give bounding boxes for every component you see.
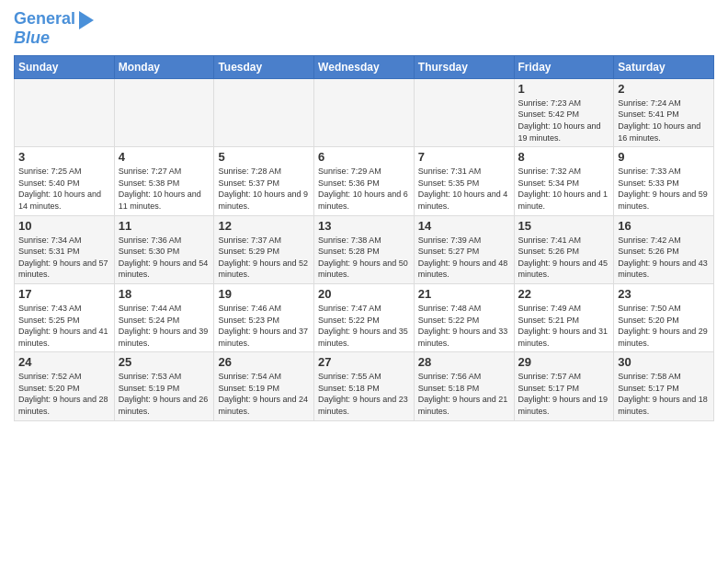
- week-row-4: 24Sunrise: 7:52 AMSunset: 5:20 PMDayligh…: [15, 352, 714, 420]
- day-detail: Sunrise: 7:24 AMSunset: 5:41 PMDaylight:…: [618, 98, 710, 144]
- day-number: 18: [119, 287, 210, 301]
- day-detail: Sunrise: 7:28 AMSunset: 5:37 PMDaylight:…: [218, 166, 310, 212]
- day-detail: Sunrise: 7:37 AMSunset: 5:29 PMDaylight:…: [218, 235, 310, 281]
- day-number: 14: [418, 219, 510, 233]
- calendar-cell: 23Sunrise: 7:50 AMSunset: 5:20 PMDayligh…: [614, 283, 714, 351]
- day-number: 16: [618, 219, 710, 233]
- day-detail: Sunrise: 7:55 AMSunset: 5:18 PMDaylight:…: [318, 371, 410, 417]
- calendar-cell: 5Sunrise: 7:28 AMSunset: 5:37 PMDaylight…: [214, 147, 314, 215]
- col-header-friday: Friday: [514, 55, 614, 78]
- calendar-cell: 21Sunrise: 7:48 AMSunset: 5:22 PMDayligh…: [414, 283, 514, 351]
- header: General Blue: [14, 9, 714, 48]
- calendar-table: SundayMondayTuesdayWednesdayThursdayFrid…: [14, 55, 714, 421]
- day-number: 12: [218, 219, 310, 233]
- day-detail: Sunrise: 7:49 AMSunset: 5:21 PMDaylight:…: [518, 303, 610, 349]
- calendar-cell: 16Sunrise: 7:42 AMSunset: 5:26 PMDayligh…: [614, 215, 714, 283]
- calendar-cell: 18Sunrise: 7:44 AMSunset: 5:24 PMDayligh…: [114, 283, 214, 351]
- day-number: 19: [218, 287, 310, 301]
- day-number: 29: [518, 355, 610, 369]
- calendar-cell: 28Sunrise: 7:56 AMSunset: 5:18 PMDayligh…: [414, 352, 514, 420]
- day-number: 24: [18, 355, 110, 369]
- day-number: 8: [518, 150, 610, 164]
- calendar-cell: [314, 78, 415, 146]
- day-number: 28: [418, 355, 510, 369]
- calendar-cell: 26Sunrise: 7:54 AMSunset: 5:19 PMDayligh…: [214, 352, 314, 420]
- day-detail: Sunrise: 7:34 AMSunset: 5:31 PMDaylight:…: [18, 235, 110, 281]
- day-number: 30: [618, 355, 710, 369]
- calendar-cell: 30Sunrise: 7:58 AMSunset: 5:17 PMDayligh…: [614, 352, 714, 420]
- calendar-cell: 8Sunrise: 7:32 AMSunset: 5:34 PMDaylight…: [514, 147, 614, 215]
- logo-arrow-icon: [79, 11, 94, 29]
- day-detail: Sunrise: 7:43 AMSunset: 5:25 PMDaylight:…: [18, 303, 110, 349]
- day-detail: Sunrise: 7:56 AMSunset: 5:18 PMDaylight:…: [418, 371, 510, 417]
- day-number: 4: [119, 150, 210, 164]
- week-row-1: 3Sunrise: 7:25 AMSunset: 5:40 PMDaylight…: [15, 147, 714, 215]
- day-detail: Sunrise: 7:29 AMSunset: 5:36 PMDaylight:…: [318, 166, 410, 212]
- col-header-thursday: Thursday: [414, 55, 514, 78]
- day-detail: Sunrise: 7:48 AMSunset: 5:22 PMDaylight:…: [418, 303, 510, 349]
- calendar-cell: [114, 78, 214, 146]
- week-row-0: 1Sunrise: 7:23 AMSunset: 5:42 PMDaylight…: [15, 78, 714, 146]
- logo: General Blue: [14, 9, 94, 48]
- calendar-cell: 20Sunrise: 7:47 AMSunset: 5:22 PMDayligh…: [314, 283, 415, 351]
- col-header-monday: Monday: [114, 55, 214, 78]
- calendar-cell: 19Sunrise: 7:46 AMSunset: 5:23 PMDayligh…: [214, 283, 314, 351]
- calendar-cell: 24Sunrise: 7:52 AMSunset: 5:20 PMDayligh…: [15, 352, 115, 420]
- day-detail: Sunrise: 7:53 AMSunset: 5:19 PMDaylight:…: [119, 371, 210, 417]
- calendar-header-row: SundayMondayTuesdayWednesdayThursdayFrid…: [15, 55, 714, 78]
- day-detail: Sunrise: 7:58 AMSunset: 5:17 PMDaylight:…: [618, 371, 710, 417]
- day-number: 9: [618, 150, 710, 164]
- day-number: 6: [318, 150, 410, 164]
- day-number: 2: [618, 82, 710, 96]
- calendar-cell: [214, 78, 314, 146]
- day-number: 20: [318, 287, 410, 301]
- calendar-cell: 3Sunrise: 7:25 AMSunset: 5:40 PMDaylight…: [15, 147, 115, 215]
- day-detail: Sunrise: 7:32 AMSunset: 5:34 PMDaylight:…: [518, 166, 610, 212]
- day-number: 21: [418, 287, 510, 301]
- calendar-cell: 22Sunrise: 7:49 AMSunset: 5:21 PMDayligh…: [514, 283, 614, 351]
- day-number: 11: [119, 219, 210, 233]
- calendar-cell: 25Sunrise: 7:53 AMSunset: 5:19 PMDayligh…: [114, 352, 214, 420]
- day-detail: Sunrise: 7:50 AMSunset: 5:20 PMDaylight:…: [618, 303, 710, 349]
- day-number: 27: [318, 355, 410, 369]
- day-number: 13: [318, 219, 410, 233]
- col-header-tuesday: Tuesday: [214, 55, 314, 78]
- col-header-saturday: Saturday: [614, 55, 714, 78]
- day-number: 17: [18, 287, 110, 301]
- day-number: 1: [518, 82, 610, 96]
- day-detail: Sunrise: 7:39 AMSunset: 5:27 PMDaylight:…: [418, 235, 510, 281]
- calendar-cell: 27Sunrise: 7:55 AMSunset: 5:18 PMDayligh…: [314, 352, 415, 420]
- calendar-cell: 1Sunrise: 7:23 AMSunset: 5:42 PMDaylight…: [514, 78, 614, 146]
- logo-text: General: [14, 10, 75, 29]
- calendar-cell: 17Sunrise: 7:43 AMSunset: 5:25 PMDayligh…: [15, 283, 115, 351]
- week-row-3: 17Sunrise: 7:43 AMSunset: 5:25 PMDayligh…: [15, 283, 714, 351]
- day-detail: Sunrise: 7:27 AMSunset: 5:38 PMDaylight:…: [119, 166, 210, 212]
- day-detail: Sunrise: 7:57 AMSunset: 5:17 PMDaylight:…: [518, 371, 610, 417]
- day-detail: Sunrise: 7:46 AMSunset: 5:23 PMDaylight:…: [218, 303, 310, 349]
- day-number: 5: [218, 150, 310, 164]
- week-row-2: 10Sunrise: 7:34 AMSunset: 5:31 PMDayligh…: [15, 215, 714, 283]
- logo-subtext: Blue: [14, 29, 50, 48]
- day-number: 10: [18, 219, 110, 233]
- calendar-cell: 10Sunrise: 7:34 AMSunset: 5:31 PMDayligh…: [15, 215, 115, 283]
- day-number: 25: [119, 355, 210, 369]
- calendar-cell: 15Sunrise: 7:41 AMSunset: 5:26 PMDayligh…: [514, 215, 614, 283]
- day-detail: Sunrise: 7:42 AMSunset: 5:26 PMDaylight:…: [618, 235, 710, 281]
- calendar-cell: 4Sunrise: 7:27 AMSunset: 5:38 PMDaylight…: [114, 147, 214, 215]
- day-number: 22: [518, 287, 610, 301]
- day-detail: Sunrise: 7:33 AMSunset: 5:33 PMDaylight:…: [618, 166, 710, 212]
- day-detail: Sunrise: 7:52 AMSunset: 5:20 PMDaylight:…: [18, 371, 110, 417]
- day-detail: Sunrise: 7:54 AMSunset: 5:19 PMDaylight:…: [218, 371, 310, 417]
- calendar-cell: [414, 78, 514, 146]
- calendar-cell: [15, 78, 115, 146]
- day-number: 26: [218, 355, 310, 369]
- day-detail: Sunrise: 7:41 AMSunset: 5:26 PMDaylight:…: [518, 235, 610, 281]
- day-detail: Sunrise: 7:23 AMSunset: 5:42 PMDaylight:…: [518, 98, 610, 144]
- calendar-cell: 9Sunrise: 7:33 AMSunset: 5:33 PMDaylight…: [614, 147, 714, 215]
- col-header-wednesday: Wednesday: [314, 55, 415, 78]
- day-detail: Sunrise: 7:36 AMSunset: 5:30 PMDaylight:…: [119, 235, 210, 281]
- calendar-cell: 29Sunrise: 7:57 AMSunset: 5:17 PMDayligh…: [514, 352, 614, 420]
- day-number: 7: [418, 150, 510, 164]
- day-detail: Sunrise: 7:47 AMSunset: 5:22 PMDaylight:…: [318, 303, 410, 349]
- day-detail: Sunrise: 7:38 AMSunset: 5:28 PMDaylight:…: [318, 235, 410, 281]
